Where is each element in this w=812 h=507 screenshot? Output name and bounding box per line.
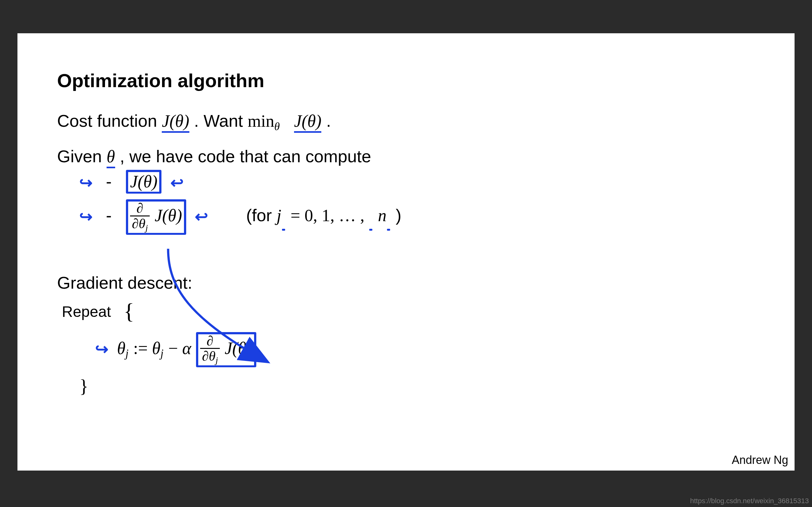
bullet-j-theta: ↪ - J(θ) ↪ (79, 170, 755, 193)
text: Cost function (57, 111, 162, 130)
text: . (326, 111, 331, 130)
j-theta-2: J(θ) (294, 112, 321, 133)
partial-den: ∂θ (132, 216, 146, 231)
theta: θ (107, 147, 115, 168)
open-brace: { (124, 299, 135, 324)
partial-num: ∂ (137, 201, 143, 216)
box-j-theta: J(θ) (126, 170, 161, 193)
bullet-partial: ↪ - ∂ ∂θj J(θ) ↪ (for j = 0, 1, … , (79, 199, 755, 234)
gradient-descent-heading: Gradient descent: (57, 273, 755, 292)
box-partial: ∂ ∂θj J(θ) (126, 199, 186, 234)
n: n (378, 206, 386, 225)
watermark: https://blog.csdn.net/weixin_36815313 (690, 497, 809, 505)
author-credit: Andrew Ng (732, 453, 788, 467)
min-op: min (248, 112, 274, 130)
partial-num: ∂ (206, 333, 213, 348)
j-theta-1: J(θ) (162, 112, 189, 133)
for-open: (for (246, 206, 276, 225)
stage: Optimization algorithm Cost function J(θ… (0, 0, 812, 507)
accent-mark-icon (369, 229, 372, 231)
close-brace: } (79, 375, 755, 397)
partial-fraction: ∂ ∂θj (130, 201, 150, 232)
repeat-line: Repeat { (62, 299, 755, 324)
dash: - (106, 206, 112, 225)
min-sub: θ (274, 120, 280, 133)
arrow-right-icon: ↪ (79, 174, 92, 192)
accent-mark-icon (282, 229, 285, 231)
range: = 0, 1, … , (291, 206, 368, 225)
j-theta-update: J(θ) (224, 339, 252, 358)
partial-den: ∂θ (202, 349, 216, 363)
theta-j-rhs: θ (152, 339, 160, 358)
alpha: α (183, 339, 191, 358)
arrow-right-icon: ↪ (79, 208, 92, 226)
arrow-left-icon: ↪ (196, 208, 208, 226)
text: , we have code that can compute (120, 147, 371, 166)
arrow-left-icon: ↪ (171, 174, 184, 192)
j-theta-partial: J(θ) (154, 206, 182, 225)
text: Given (57, 147, 107, 166)
accent-mark-icon (387, 229, 390, 231)
j-index: j (276, 206, 281, 225)
slide-title: Optimization algorithm (57, 70, 755, 92)
slide-content: Optimization algorithm Cost function J(θ… (57, 70, 755, 397)
sub-j: j (160, 347, 164, 360)
sub-j: j (125, 347, 129, 360)
theta-j-lhs: θ (117, 339, 125, 358)
assign: := (133, 339, 152, 358)
cost-function-line: Cost function J(θ) . Want minθ J(θ) . (57, 111, 755, 133)
dash: - (106, 172, 112, 191)
given-line: Given θ , we have code that can compute (57, 146, 755, 167)
slide: Optimization algorithm Cost function J(θ… (17, 33, 795, 470)
update-rule: ↪ θj := θj − α ∂ ∂θj J(θ) (95, 332, 755, 367)
arrow-right-icon: ↪ (95, 340, 107, 358)
partial-fraction: ∂ ∂θj (200, 334, 220, 365)
j-theta-box: J(θ) (130, 172, 157, 191)
for-close: ) (396, 206, 401, 225)
partial-den-sub: j (215, 355, 218, 365)
partial-den-sub: j (146, 223, 148, 233)
minus: − (168, 339, 183, 358)
box-update-partial: ∂ ∂θj J(θ) (196, 332, 256, 367)
text: . Want (194, 111, 248, 130)
repeat-word: Repeat (62, 303, 111, 320)
